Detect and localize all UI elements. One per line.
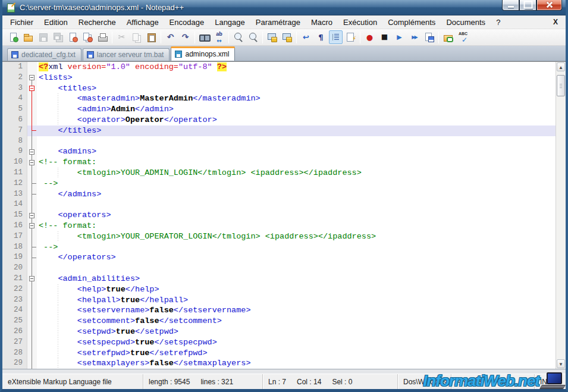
show-all-characters-button[interactable]: ¶ <box>314 30 328 44</box>
title-bar[interactable]: C:\server-tm\xaseco\adminops.xml - Notep… <box>2 0 566 15</box>
code-line[interactable]: <setspecpwd>true</setspecpwd> <box>37 337 556 348</box>
code-line[interactable]: </admins> <box>37 189 556 200</box>
fold-collapse-icon[interactable] <box>29 223 34 228</box>
menu-item-documents[interactable]: Documents <box>441 16 491 29</box>
zoom-in-button[interactable]: + <box>231 30 245 44</box>
stop-recording-macro-button[interactable]: ■ <box>378 30 391 44</box>
fold-collapse-icon[interactable] <box>29 276 34 281</box>
print-button[interactable] <box>96 30 109 44</box>
code-line[interactable]: <setmaxplayers>false</setmaxplayers> <box>37 358 556 369</box>
menu-item-compl-ments[interactable]: Compléments <box>382 16 441 29</box>
menu-close-document-button[interactable]: X <box>550 17 561 27</box>
code-line[interactable]: <lists> <box>37 73 556 83</box>
close-button[interactable] <box>536 0 562 11</box>
tab-adminops-xml[interactable]: adminops.xml <box>171 46 235 61</box>
menu-item-langage[interactable]: Langage <box>209 16 250 29</box>
code-line[interactable]: </titles> <box>37 126 556 136</box>
paste-button[interactable] <box>145 30 158 44</box>
fold-margin[interactable] <box>27 221 37 231</box>
open-containing-folder-button[interactable] <box>441 30 455 44</box>
code-line[interactable]: <!-- format: <box>37 157 556 168</box>
zoom-out-button[interactable]: − <box>246 30 260 44</box>
code-line[interactable]: <setservername>false</setservername> <box>37 305 556 316</box>
fold-margin[interactable] <box>27 73 37 83</box>
menu-item-fichier[interactable]: Fichier <box>5 16 39 29</box>
code-line[interactable]: <masteradmin>MasterAdmin</masteradmin> <box>37 93 556 104</box>
word-wrap-button[interactable]: ↩ <box>299 30 313 44</box>
fold-margin[interactable] <box>27 157 37 168</box>
code-line[interactable]: <operators> <box>37 210 556 221</box>
sync-vertical-scrolling-button[interactable] <box>265 30 279 44</box>
save-all-button[interactable] <box>51 30 65 44</box>
fold-margin[interactable] <box>27 146 37 157</box>
save-file-button[interactable] <box>36 30 50 44</box>
scrollbar-thumb[interactable] <box>557 75 565 96</box>
code-line[interactable] <box>37 263 556 274</box>
code-line[interactable]: <setcomment>false</setcomment> <box>37 316 556 327</box>
show-indent-guide-button[interactable] <box>329 30 343 44</box>
fold-collapse-icon[interactable] <box>29 149 34 155</box>
new-file-button[interactable] <box>7 30 20 44</box>
code-line[interactable]: <operator>Operator</operator> <box>37 115 556 126</box>
syntax-attr: encoding= <box>130 62 178 71</box>
code-line[interactable]: <admin>Admin</admin> <box>37 104 556 115</box>
minimize-button[interactable] <box>502 0 519 11</box>
fold-collapse-icon[interactable] <box>29 213 34 218</box>
tab-lancer-serveur-tm-bat[interactable]: lancer serveur tm.bat <box>83 48 170 61</box>
maximize-button[interactable] <box>519 0 536 11</box>
code-line[interactable]: <helpall>true</helpall> <box>37 295 556 306</box>
close-file-button[interactable] <box>66 30 80 44</box>
code-line[interactable]: <tmlogin>YOUR_OPERATOR_LOGIN</tmlogin> <… <box>37 231 556 242</box>
menu-item-edition[interactable]: Edition <box>39 16 73 29</box>
replace-button[interactable] <box>212 30 226 44</box>
spell-check-button[interactable] <box>456 30 470 44</box>
editor-line: 24 <setservername>false</setservername> <box>2 305 556 316</box>
scroll-up-arrow-icon[interactable]: ▲ <box>557 62 565 71</box>
menu-item-macro[interactable]: Macro <box>306 16 338 29</box>
code-line[interactable]: <help>true</help> <box>37 284 556 295</box>
tab-dedicated-cfg-txt[interactable]: dedicated_cfg.txt <box>7 48 81 61</box>
cut-button[interactable]: ✂ <box>115 30 128 44</box>
redo-button[interactable]: ↷ <box>178 30 192 44</box>
fold-collapse-icon[interactable] <box>29 75 34 80</box>
menu-item-param-trage[interactable]: Paramétrage <box>250 16 306 29</box>
code-line[interactable]: --> <box>37 178 556 189</box>
copy-button[interactable] <box>130 30 143 44</box>
vertical-scrollbar[interactable]: ▲ ▼ <box>556 62 566 369</box>
menu-item-[interactable]: ? <box>491 16 506 29</box>
menu-item-affichage[interactable]: Affichage <box>121 16 164 29</box>
code-line[interactable]: --> <box>37 242 556 253</box>
code-line[interactable]: <setpwd>true</setpwd> <box>37 327 556 337</box>
fold-margin[interactable] <box>27 83 37 94</box>
code-line[interactable]: <tmlogin>YOUR_ADMIN_LOGIN</tmlogin> <ipa… <box>37 168 556 178</box>
editor-lines[interactable]: 1<?xml version="1.0" encoding="utf-8" ?>… <box>2 62 556 369</box>
find-button[interactable] <box>197 30 211 44</box>
code-line[interactable]: <titles> <box>37 83 556 94</box>
code-line[interactable] <box>37 136 556 147</box>
fold-line <box>32 247 32 252</box>
fold-margin[interactable] <box>27 274 37 284</box>
menu-item-recherche[interactable]: Recherche <box>73 16 121 29</box>
fold-collapse-icon[interactable] <box>29 160 34 165</box>
code-line[interactable]: <!-- format: <box>37 221 556 231</box>
scroll-down-arrow-icon[interactable]: ▼ <box>557 359 565 368</box>
code-line[interactable]: <admins> <box>37 146 556 157</box>
fold-collapse-icon[interactable] <box>29 86 34 91</box>
menu-item-ex-cution[interactable]: Exécution <box>338 16 382 29</box>
code-line[interactable]: </operators> <box>37 252 556 263</box>
code-line[interactable]: <admin_abilities> <box>37 274 556 284</box>
save-recorded-macro-button[interactable] <box>422 30 436 44</box>
run-macro-multiple-times-button[interactable]: ▶▶ <box>407 30 421 44</box>
code-line[interactable]: <?xml version="1.0" encoding="utf-8" ?> <box>37 62 556 73</box>
sync-horizontal-scrolling-button[interactable] <box>280 30 294 44</box>
open-file-button[interactable] <box>21 30 35 44</box>
play-macro-button[interactable]: ▶ <box>393 30 406 44</box>
code-line[interactable] <box>37 199 556 210</box>
code-line[interactable]: <setrefpwd>true</setrefpwd> <box>37 348 556 359</box>
user-defined-dialog-button[interactable] <box>344 30 357 44</box>
menu-item-encodage[interactable]: Encodage <box>164 16 210 29</box>
undo-button[interactable]: ↶ <box>164 30 177 44</box>
start-recording-macro-button[interactable]: ● <box>363 30 376 44</box>
close-all-button[interactable] <box>81 30 95 44</box>
fold-margin[interactable] <box>27 210 37 221</box>
